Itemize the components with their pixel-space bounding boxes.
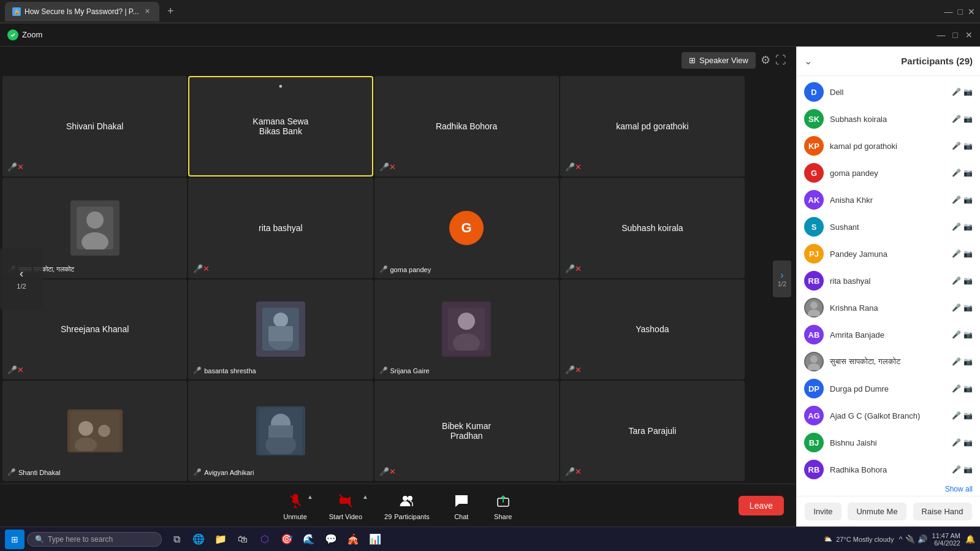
- svg-point-27: [810, 302, 818, 309]
- participant-icons: 🎤 📷: [952, 88, 973, 96]
- shanti-photo: [70, 411, 120, 451]
- browser-maximize-button[interactable]: □: [958, 7, 963, 17]
- mic-muted-icon: 🎤: [952, 88, 961, 96]
- network-icon[interactable]: 🔌: [905, 534, 915, 544]
- teams-icon[interactable]: 💬: [321, 530, 341, 549]
- mute-icon-tara: 🎤✕: [565, 467, 582, 476]
- app-icon-1[interactable]: 🎯: [277, 530, 297, 549]
- mute-icon-kamal: 🎤✕: [565, 162, 582, 172]
- zoom-maximize-button[interactable]: □: [953, 30, 958, 40]
- svg-rect-6: [268, 326, 293, 341]
- participant-item[interactable]: Krishna Rana 🎤 📷: [797, 294, 980, 321]
- mute-icon-subhash: 🎤✕: [565, 264, 582, 273]
- participant-item[interactable]: AG Ajad G C (Galkot Branch) 🎤 📷: [797, 402, 980, 429]
- mute-icon-shreejana: 🎤✕: [7, 365, 24, 374]
- taskbar-clock[interactable]: 11:47 AM 6/4/2022: [932, 532, 960, 547]
- participant-item[interactable]: DP Durga pd Dumre 🎤 📷: [797, 375, 980, 402]
- zoom-close-button[interactable]: ✕: [965, 30, 973, 40]
- video-settings-button[interactable]: ⚙: [761, 53, 770, 67]
- tab-close-button[interactable]: ✕: [142, 7, 152, 17]
- unmute-me-button[interactable]: Unmute Me: [848, 503, 906, 520]
- store-icon[interactable]: 🛍: [233, 530, 253, 549]
- microphone-muted-icon: [286, 491, 305, 511]
- participant-item[interactable]: PJ Pandey Jamuna 🎤 📷: [797, 240, 980, 267]
- participant-item[interactable]: SK Subhash koirala 🎤 📷: [797, 105, 980, 132]
- video-cell-avigyan: 🎤 Avigyan Adhikari: [188, 381, 373, 481]
- zoom-minimize-button[interactable]: —: [937, 30, 946, 40]
- edge-icon[interactable]: 🌊: [299, 530, 319, 549]
- video-dropdown-arrow[interactable]: ▲: [362, 493, 368, 500]
- mic-muted-icon: 🎤: [952, 330, 961, 339]
- fullscreen-button[interactable]: ⛶: [775, 54, 786, 67]
- participant-item[interactable]: D Dell 🎤 📷: [797, 78, 980, 105]
- participant-item[interactable]: BJ Bishnu Jaishi 🎤 📷: [797, 429, 980, 456]
- explorer-icon[interactable]: 📁: [211, 530, 230, 549]
- active-tab[interactable]: 🔒 How Secure Is My Password? | P... ✕: [5, 2, 159, 21]
- participant-name: Anisha Khkr: [830, 196, 946, 205]
- video-muted-icon: 📷: [963, 438, 973, 447]
- unmute-label: Unmute: [283, 513, 307, 520]
- video-muted-icon: 📷: [963, 196, 973, 204]
- video-muted-icon: 📷: [963, 276, 973, 285]
- speaker-view-button[interactable]: ⊞ Speaker View: [682, 52, 756, 69]
- video-area: ⊞ Speaker View ⚙ ⛶ ‹ 1/2 Shivani Dhakal: [0, 47, 796, 526]
- participant-avatar: RB: [804, 460, 824, 479]
- page-next-button[interactable]: › 1/2: [773, 260, 791, 297]
- unmute-button[interactable]: Unmute ▲: [278, 491, 312, 520]
- chat-button[interactable]: Chat: [447, 491, 476, 520]
- leave-button[interactable]: Leave: [739, 496, 784, 515]
- participant-item[interactable]: RB Radhika Bohora 🎤 📷: [797, 456, 980, 482]
- participant-item[interactable]: सुबास सापकोटा, गलकोट 🎤 📷: [797, 348, 980, 375]
- chrome-icon[interactable]: 🌐: [189, 530, 208, 549]
- share-label: Share: [494, 513, 512, 520]
- participants-button[interactable]: 29 Participants: [379, 491, 435, 520]
- visual-studio-icon[interactable]: ⬡: [255, 530, 275, 549]
- mute-icon-shanti: 🎤: [7, 468, 16, 476]
- show-all-link[interactable]: Show all: [797, 482, 980, 496]
- invite-button[interactable]: Invite: [805, 503, 841, 520]
- start-video-label: Start Video: [329, 513, 362, 520]
- mute-icon-goma: 🎤: [379, 265, 388, 273]
- browser-minimize-button[interactable]: —: [944, 7, 953, 17]
- share-button[interactable]: Share: [488, 491, 518, 520]
- cell-name-subhash: Subhash koirala: [617, 223, 688, 233]
- browser-close-button[interactable]: ✕: [968, 7, 975, 17]
- search-icon: 🔍: [35, 535, 44, 544]
- task-view-button[interactable]: ⧉: [167, 530, 186, 549]
- participant-item[interactable]: AB Amrita Banjade 🎤 📷: [797, 321, 980, 348]
- raise-hand-button[interactable]: Raise Hand: [913, 503, 972, 520]
- subas-photo: [77, 207, 113, 249]
- goma-avatar: G: [449, 211, 484, 245]
- chevron-icon[interactable]: ^: [898, 534, 902, 544]
- new-tab-button[interactable]: +: [162, 3, 179, 20]
- start-video-button[interactable]: Start Video ▲: [324, 491, 367, 520]
- participants-title: Participants (29): [901, 56, 973, 66]
- participants-count: 29: [384, 513, 392, 520]
- video-grid: Shivani Dhakal 🎤✕ ● Kamana Sewa Bikas Ba…: [0, 74, 796, 484]
- page-prev-button[interactable]: ‹ 1/2: [0, 248, 43, 310]
- app-icon-3[interactable]: 📊: [365, 530, 385, 549]
- participant-item[interactable]: G goma pandey 🎤 📷: [797, 159, 980, 186]
- participant-avatar: [804, 352, 824, 371]
- bottom-toolbar: Unmute ▲ Start Video ▲: [0, 484, 796, 526]
- taskbar-right-area: ⛅ 27°C Mostly cloudy ^ 🔌 🔊 11:47 AM 6/4/…: [824, 532, 975, 547]
- notification-bell[interactable]: 🔔: [965, 534, 975, 544]
- participant-icons: 🎤 📷: [952, 384, 973, 393]
- unmute-dropdown-arrow[interactable]: ▲: [307, 493, 313, 500]
- participants-label: Participants: [394, 513, 429, 520]
- participant-item[interactable]: RB rita bashyal 🎤 📷: [797, 267, 980, 294]
- speaker-icon[interactable]: 🔊: [917, 534, 927, 544]
- mute-icon-rita: 🎤✕: [193, 264, 210, 273]
- video-cell-shivani: Shivani Dhakal 🎤✕: [2, 76, 187, 177]
- taskbar-search[interactable]: 🔍 Type here to search: [27, 532, 162, 547]
- participant-item[interactable]: AK Anisha Khkr 🎤 📷: [797, 186, 980, 213]
- participant-item[interactable]: S Sushant 🎤 📷: [797, 213, 980, 240]
- participant-icons: 🎤 📷: [952, 142, 973, 150]
- start-button[interactable]: ⊞: [5, 530, 25, 549]
- participant-name: Amrita Banjade: [830, 330, 946, 340]
- participant-name: Pandey Jamuna: [830, 249, 946, 259]
- sidebar-collapse-button[interactable]: ⌄: [804, 55, 812, 67]
- participant-item[interactable]: KP kamal pd gorathoki 🎤 📷: [797, 132, 980, 159]
- app-icon-2[interactable]: 🎪: [343, 530, 363, 549]
- svg-point-8: [458, 313, 475, 330]
